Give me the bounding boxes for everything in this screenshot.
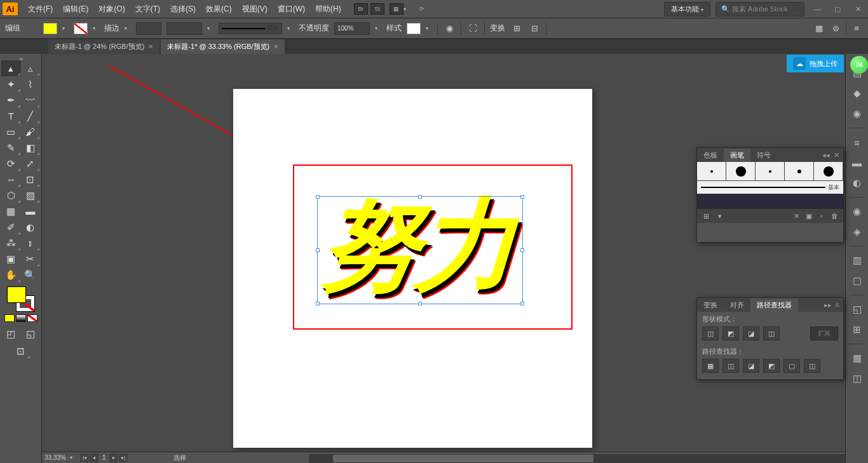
merge-button[interactable]: ◪ [743,359,759,373]
pathfinder-panel-icon[interactable]: ◫ [850,371,865,386]
ctrl-right1-icon[interactable]: ▦ [813,22,825,35]
mesh-tool[interactable]: ▦ [1,203,21,219]
selection-handle[interactable] [316,248,320,252]
eraser-tool[interactable]: ◧ [21,140,41,156]
cloud-upload-button[interactable]: ☁ 拖拽上传 [787,55,844,72]
tab-swatches[interactable]: 色板 [697,149,724,162]
close-button[interactable]: ✕ [850,3,865,15]
menu-type[interactable]: 文字(T) [130,1,165,17]
menu-effect[interactable]: 效果(C) [201,1,237,17]
brush-preset[interactable] [756,162,785,180]
hand-tool[interactable]: ✋ [1,267,21,283]
menu-object[interactable]: 对象(O) [93,1,130,17]
panel-menu-icon[interactable]: ≡ [836,301,839,309]
zoom-level[interactable]: 33.33% [44,454,66,461]
intersect-button[interactable]: ◪ [743,326,759,340]
tab-transform[interactable]: 变换 [697,299,724,312]
close-icon[interactable]: ✕ [148,43,153,50]
brush-basic[interactable]: 基本 [697,181,843,194]
prev-artboard-button[interactable]: ◂ [90,453,98,462]
menu-view[interactable]: 视图(V) [237,1,273,17]
artboard[interactable]: 努力 [233,89,592,448]
stroke-label[interactable]: 描边 [104,23,119,34]
isolate-icon[interactable]: ⛶ [466,22,479,35]
stroke-profile-input[interactable] [166,22,202,35]
artboard-tool[interactable]: ▣ [1,251,21,267]
slice-tool[interactable]: ✂ [21,251,41,267]
tab-align[interactable]: 对齐 [724,299,750,312]
opacity-label[interactable]: 不透明度 [299,23,329,34]
gradient-tool[interactable]: ▬ [21,203,41,219]
brush-preset[interactable] [785,162,814,180]
delete-brush-icon[interactable]: 🗑 [829,211,839,221]
mini-color-swatch[interactable] [4,314,15,322]
minus-back-button[interactable]: ◫ [804,359,820,373]
first-artboard-button[interactable]: |◂ [80,453,89,462]
selection-handle[interactable] [520,195,524,199]
libraries-menu-icon[interactable]: ▾ [715,211,725,221]
tab-symbols[interactable]: 符号 [750,149,777,162]
symbol-sprayer-tool[interactable]: ⁂ [1,235,21,251]
rotate-tool[interactable]: ⟳ [1,156,21,171]
pen-tool[interactable]: ✒ [1,92,21,108]
width-tool[interactable]: ↔ [1,171,21,187]
fill-stroke-indicator[interactable] [7,286,35,312]
menu-edit[interactable]: 编辑(E) [58,1,93,17]
menu-help[interactable]: 帮助(H) [310,1,346,17]
selection-handle[interactable] [316,195,320,199]
align-icon[interactable]: ⊞ [510,22,523,35]
minimize-button[interactable]: — [810,3,825,15]
ctrl-menu-icon[interactable]: ≡ [850,22,863,35]
brush-library-icon[interactable]: ⊞ [701,211,711,221]
brush-calligraphic-row[interactable] [697,194,843,209]
stroke-weight-input[interactable] [136,22,161,35]
style-swatch[interactable] [407,23,421,34]
shape-builder-tool[interactable]: ⬡ [1,187,21,203]
doc-tab-2[interactable]: 未标题-1* @ 33.33% (RGB/预览)✕ [161,39,285,54]
free-transform-tool[interactable]: ⊡ [21,171,41,187]
recolor-icon[interactable]: ◉ [443,22,456,35]
minus-front-button[interactable]: ◩ [722,326,739,340]
paintbrush-tool[interactable]: 🖌 [21,124,41,140]
scale-tool[interactable]: ⤢ [21,156,41,171]
collapse-icon[interactable]: ◂◂ [822,151,830,159]
selection-handle[interactable] [418,302,422,305]
divide-button[interactable]: ▦ [702,359,719,373]
tab-brushes[interactable]: 画笔 [724,149,750,162]
bridge-icon[interactable]: Br [354,3,368,15]
eyedropper-tool[interactable]: ✐ [1,219,21,235]
maximize-button[interactable]: ▢ [830,3,845,15]
brush-preset[interactable] [814,162,843,180]
last-artboard-button[interactable]: ▸| [119,453,128,462]
selection-handle[interactable] [418,195,422,199]
transparency-panel-icon[interactable]: ◐ [850,175,865,191]
exclude-button[interactable]: ◫ [763,326,780,340]
remove-stroke-icon[interactable]: ✕ [791,211,801,221]
line-tool[interactable]: ╱ [21,108,41,124]
trim-button[interactable]: ◫ [722,359,739,373]
rectangle-tool[interactable]: ▭ [1,124,21,140]
menu-select[interactable]: 选择(S) [165,1,201,17]
workspace-switcher[interactable]: 基本功能 ▾ [664,2,710,17]
draw-mode-behind[interactable]: ◱ [21,326,41,342]
selection-handle[interactable] [520,302,524,305]
graphic-styles-icon[interactable]: ◈ [850,224,865,239]
perspective-grid-tool[interactable]: ▨ [21,187,41,203]
new-brush-icon[interactable]: ▫ [817,211,827,221]
expand-icon[interactable]: ▸▸ [824,301,832,309]
canvas[interactable]: 努力 33.33%▾ |◂ ◂ 1 ▸ ▸| 选择 [42,54,845,463]
selection-handle[interactable] [520,248,524,252]
selection-handle[interactable] [316,302,320,305]
stroke-panel-icon[interactable]: ≡ [850,135,865,150]
appearance-icon[interactable]: ◉ [850,204,865,219]
libraries-icon[interactable]: ⊞ [850,322,865,337]
close-icon[interactable]: ✕ [834,151,839,159]
menu-window[interactable]: 窗口(W) [273,1,310,17]
artboard-number[interactable]: 1 [102,454,106,461]
h-scrollbar[interactable] [309,454,845,463]
artboards-panel-icon[interactable]: ▢ [850,273,865,288]
brush-definition[interactable]: 基本 [219,23,282,34]
doc-tab-1[interactable]: 未标题-1 @ 24% (RGB/预览)✕ [48,39,159,54]
layers-panel-icon[interactable]: ▥ [850,253,865,268]
gradient-panel-icon[interactable]: ▬ [850,155,865,170]
